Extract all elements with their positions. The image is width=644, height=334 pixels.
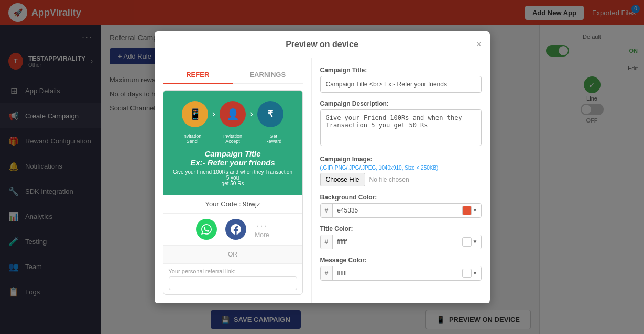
modal-form-panel: Campaign Title: Campaign Description: Gi… xyxy=(312,58,490,303)
msg-color-label: Message Color: xyxy=(320,257,482,264)
title-color-label: Title Color: xyxy=(320,225,482,232)
banner-icons-row: 📱 › 👤 › ₹ xyxy=(172,101,294,127)
label-invitation-accept: InvitationAccept xyxy=(217,133,248,144)
bg-color-label: Background Color: xyxy=(320,194,482,201)
campaign-desc-group: Campaign Description: Give your Friend 1… xyxy=(320,100,482,148)
banner-campaign-title: Campaign TitleEx:- Refer your friends xyxy=(172,149,294,167)
bg-color-swatch-button[interactable]: ▼ xyxy=(459,204,481,217)
modal-title: Preview on device xyxy=(286,40,358,49)
modal-overlay: Preview on device × REFER EARNINGS 📱 xyxy=(0,0,644,334)
bg-color-input[interactable] xyxy=(333,204,458,217)
msg-color-input[interactable] xyxy=(333,266,458,280)
preview-code-row: Your Code : 9bwjz xyxy=(163,195,302,214)
referral-link-label: Your personal referral link: xyxy=(169,268,297,274)
no-file-text: No file chosen xyxy=(369,176,409,183)
msg-color-row: # ▼ xyxy=(320,266,482,281)
modal-header: Preview on device × xyxy=(155,31,490,58)
tab-earnings[interactable]: EARNINGS xyxy=(233,66,303,83)
whatsapp-icon[interactable] xyxy=(196,219,217,240)
campaign-image-label: Campaign Image: xyxy=(320,155,482,163)
campaign-title-label: Campaign Title: xyxy=(320,66,482,74)
modal-preview-panel: REFER EARNINGS 📱 › 👤 › ₹ xyxy=(155,58,312,303)
campaign-image-group: Campaign Image: (.GIF/.PNG/.JPG/.JPEG, 1… xyxy=(320,155,482,186)
title-hash: # xyxy=(321,235,333,249)
invitation-send-icon: 📱 xyxy=(182,101,208,127)
bg-hash: # xyxy=(321,204,333,217)
arrow-icon-2: › xyxy=(250,108,253,119)
msg-hash: # xyxy=(321,266,333,280)
invitation-accept-icon: 👤 xyxy=(220,101,246,127)
title-color-group: Title Color: # ▼ xyxy=(320,225,482,249)
title-caret-icon: ▼ xyxy=(473,239,478,244)
title-color-row: # ▼ xyxy=(320,235,482,249)
title-color-swatch-button[interactable]: ▼ xyxy=(459,235,481,249)
msg-color-group: Message Color: # ▼ xyxy=(320,257,482,281)
campaign-desc-textarea[interactable]: Give your Friend 100Rs and when they Tra… xyxy=(320,109,482,146)
referral-link-input[interactable] xyxy=(169,276,297,290)
tab-refer[interactable]: REFER xyxy=(163,66,233,84)
facebook-icon[interactable] xyxy=(225,219,246,240)
modal-body: REFER EARNINGS 📱 › 👤 › ₹ xyxy=(155,58,490,303)
title-color-swatch xyxy=(462,237,472,247)
get-reward-icon: ₹ xyxy=(257,101,283,127)
arrow-icon-1: › xyxy=(212,108,215,119)
msg-color-swatch-button[interactable]: ▼ xyxy=(459,266,481,280)
label-invitation-send: InvitationSend xyxy=(176,133,208,144)
msg-caret-icon: ▼ xyxy=(473,270,478,276)
bg-color-row: # ▼ xyxy=(320,203,482,218)
image-hint: (.GIF/.PNG/.JPG/.JPEG, 1040x910, Size < … xyxy=(320,165,482,171)
preview-tabs: REFER EARNINGS xyxy=(163,66,303,84)
campaign-desc-label: Campaign Description: xyxy=(320,100,482,107)
preview-link-row: Your personal referral link: xyxy=(163,264,302,294)
file-input-row: Choose File No file chosen xyxy=(320,173,482,186)
preview-banner: 📱 › 👤 › ₹ InvitationSend InvitationAccep… xyxy=(163,91,302,195)
msg-color-swatch xyxy=(462,269,472,278)
preview-or-row: OR xyxy=(163,246,302,264)
preview-card: 📱 › 👤 › ₹ InvitationSend InvitationAccep… xyxy=(163,90,303,295)
banner-labels: InvitationSend InvitationAccept GetRewar… xyxy=(172,133,294,144)
choose-file-button[interactable]: Choose File xyxy=(320,173,365,186)
campaign-title-group: Campaign Title: xyxy=(320,66,482,93)
bg-caret-icon: ▼ xyxy=(473,207,478,213)
banner-campaign-desc: Give your Friend 100Rs and when they Tra… xyxy=(172,169,294,186)
more-social: ··· More xyxy=(255,219,269,239)
title-color-input[interactable] xyxy=(333,235,458,249)
bg-color-group: Background Color: # ▼ xyxy=(320,194,482,218)
label-get-reward: GetReward xyxy=(258,133,289,144)
preview-modal: Preview on device × REFER EARNINGS 📱 xyxy=(155,31,490,303)
bg-color-swatch xyxy=(462,206,472,215)
modal-close-button[interactable]: × xyxy=(476,40,481,49)
preview-social-row: ··· More xyxy=(163,214,302,246)
campaign-title-input[interactable] xyxy=(320,76,482,93)
